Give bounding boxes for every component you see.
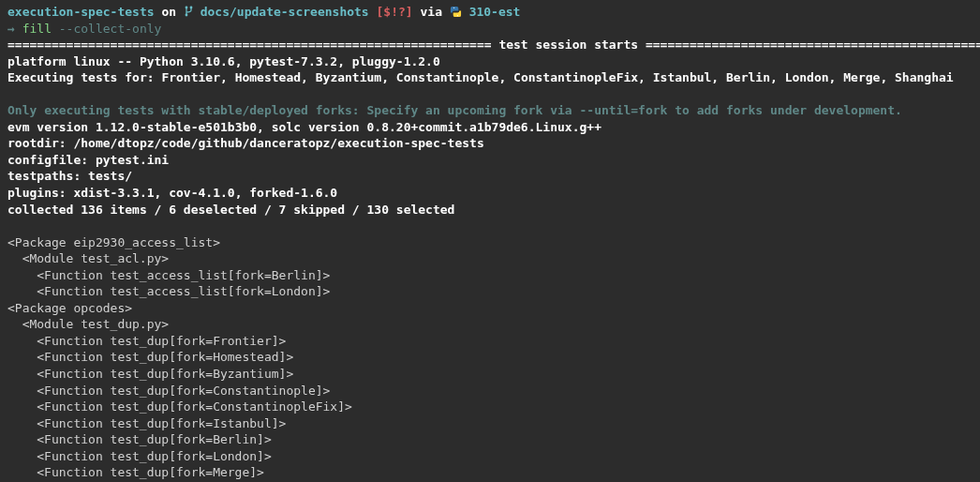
function-node: <Function test_access_list[fork=London]>: [7, 283, 973, 300]
package-node: <Package opcodes>: [7, 300, 973, 317]
executing-forks: Executing tests for: Frontier, Homestead…: [7, 69, 973, 86]
function-node: <Function test_dup[fork=Berlin]>: [7, 431, 973, 448]
divider-title: test session starts: [492, 38, 646, 52]
executing-label: Executing tests for:: [7, 70, 161, 84]
plugins: plugins: xdist-3.3.1, cov-4.1.0, forked-…: [7, 185, 973, 202]
rootdir: rootdir: /home/dtopz/code/github/dancera…: [7, 135, 973, 152]
function-node: <Function test_dup[fork=ConstantinopleFi…: [7, 399, 973, 415]
terminal-output[interactable]: execution-spec-tests on docs/update-scre…: [7, 4, 973, 482]
snake-icon: [450, 5, 469, 19]
prompt-arrow: →: [7, 22, 15, 36]
shell-prompt-line2: → fill --collect-only: [7, 21, 973, 38]
configfile: configfile: pytest.ini: [7, 152, 973, 169]
svg-point-0: [185, 7, 187, 9]
venv-name: 310-est: [469, 5, 521, 19]
package-node: <Package eip2930_access_list>: [7, 234, 973, 251]
branch-icon: [184, 5, 200, 19]
blank-line-2: [7, 218, 973, 234]
function-node: <Function test_dup[fork=Merge]>: [7, 464, 973, 481]
via-text: via: [421, 5, 442, 19]
collected-summary: collected 136 items / 6 deselected / 7 s…: [7, 202, 973, 218]
svg-point-1: [189, 7, 192, 9]
evm-version: evm version 1.12.0-stable-e501b3b0, solc…: [7, 119, 973, 136]
platform-info: platform linux -- Python 3.10.6, pytest-…: [7, 53, 973, 70]
repo-name: execution-spec-tests: [7, 5, 155, 19]
module-node: <Module test_acl.py>: [7, 250, 973, 267]
git-status: [$!?]: [377, 5, 413, 19]
fork-list: Frontier, Homestead, Byzantium, Constant…: [161, 70, 953, 84]
on-text: on: [161, 5, 176, 19]
command-args: --collect-only: [59, 22, 162, 36]
function-node: <Function test_dup[fork=Istanbul]>: [7, 415, 973, 432]
module-node: <Module test_dup.py>: [7, 316, 973, 333]
function-node: <Function test_dup[fork=Homestead]>: [7, 349, 973, 366]
function-node: <Function test_access_list[fork=Berlin]>: [7, 267, 973, 284]
command-name: fill: [22, 22, 52, 36]
function-node: <Function test_dup[fork=Constantinople]>: [7, 383, 973, 399]
function-node: <Function test_dup[fork=London]>: [7, 448, 973, 465]
svg-point-4: [457, 15, 458, 16]
divider-left: ========================================…: [7, 38, 492, 52]
shell-prompt-line1: execution-spec-tests on docs/update-scre…: [7, 4, 973, 21]
stable-fork-note: Only executing tests with stable/deploye…: [7, 102, 973, 119]
divider-right: ========================================…: [646, 38, 980, 52]
svg-point-2: [185, 14, 187, 17]
session-header: ========================================…: [7, 37, 973, 53]
svg-point-3: [453, 8, 454, 8]
testpaths: testpaths: tests/: [7, 168, 973, 185]
blank-line-1: [7, 86, 973, 103]
function-node: <Function test_dup[fork=Frontier]>: [7, 333, 973, 350]
function-node: <Function test_dup[fork=Byzantium]>: [7, 366, 973, 383]
branch-name: docs/update-screenshots: [200, 5, 369, 19]
